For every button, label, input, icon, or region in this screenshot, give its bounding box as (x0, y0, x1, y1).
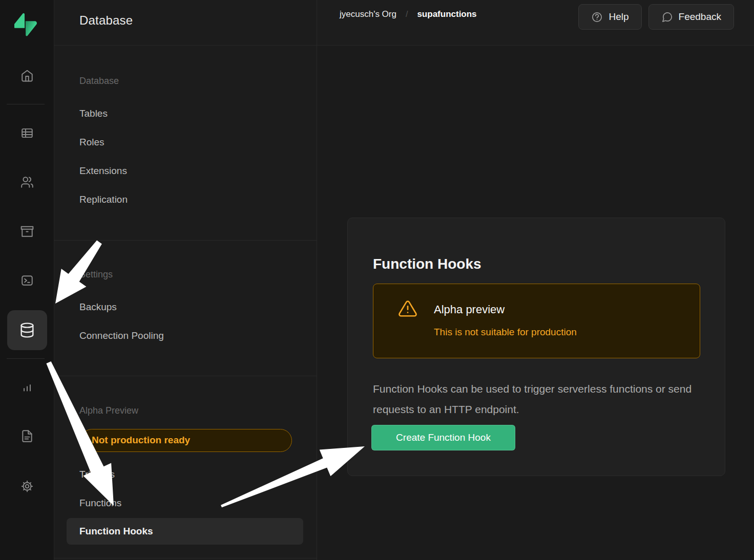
nav-sql-editor-button[interactable] (16, 269, 38, 292)
sidebar-item-triggers[interactable]: Triggers (79, 468, 115, 481)
help-button[interactable]: Help (578, 4, 641, 30)
rail-divider (7, 104, 45, 104)
sidebar-item-connection-pooling[interactable]: Connection Pooling (79, 330, 164, 342)
settings-gear-icon (20, 480, 34, 493)
rail-divider (7, 358, 45, 359)
sidebar-item-tables[interactable]: Tables (79, 107, 108, 120)
section-heading-database: Database (79, 75, 119, 87)
nav-home-button[interactable] (16, 64, 38, 87)
reports-icon (20, 381, 34, 395)
app-window: Database Database Tables Roles Extension… (0, 0, 754, 560)
section-heading-settings: Settings (79, 268, 113, 281)
feedback-button-label: Feedback (679, 11, 721, 23)
storage-icon (20, 225, 34, 238)
message-bubble-icon (661, 11, 673, 23)
nav-database-button[interactable] (7, 310, 47, 350)
nav-settings-button[interactable] (16, 475, 38, 498)
sidebar-item-extensions[interactable]: Extensions (79, 165, 127, 177)
warning-triangle-icon (398, 299, 417, 320)
breadcrumb: jyecusch's Org / supafunctions (340, 9, 477, 19)
nav-storage-button[interactable] (16, 220, 38, 243)
card-description: Function Hooks can be used to trigger se… (373, 379, 697, 420)
sidebar-header: Database (54, 0, 317, 46)
sidebar-divider (54, 240, 317, 241)
supabase-logo-icon (14, 13, 37, 36)
sidebar-title: Database (79, 13, 133, 28)
alert-title: Alpha preview (434, 303, 505, 316)
nav-rail (0, 0, 54, 560)
nav-reports-button[interactable] (16, 377, 38, 399)
auth-users-icon (20, 176, 34, 189)
nav-logs-button[interactable] (16, 425, 38, 447)
top-bar: jyecusch's Org / supafunctions Help Feed… (317, 0, 754, 46)
function-hooks-card: Function Hooks Alpha preview This is not… (347, 218, 725, 476)
database-icon (19, 322, 35, 338)
create-function-hook-button[interactable]: Create Function Hook (371, 425, 515, 450)
sidebar-item-function-hooks-active[interactable]: Function Hooks (67, 518, 303, 545)
table-editor-icon (20, 126, 34, 140)
feedback-button[interactable]: Feedback (648, 4, 734, 30)
database-sidebar: Database Database Tables Roles Extension… (54, 0, 317, 560)
breadcrumb-separator: / (406, 10, 408, 19)
card-title: Function Hooks (373, 256, 481, 272)
alpha-preview-alert: Alpha preview This is not suitable for p… (373, 284, 700, 358)
top-actions: Help Feedback (578, 4, 734, 30)
sidebar-divider (54, 558, 317, 558)
sql-editor-icon (20, 274, 34, 287)
breadcrumb-project[interactable]: supafunctions (417, 9, 476, 19)
home-icon (20, 69, 34, 82)
sidebar-item-replication[interactable]: Replication (79, 193, 128, 206)
sidebar-divider (54, 376, 317, 376)
sidebar-item-roles[interactable]: Roles (79, 136, 104, 148)
alert-description: This is not suitable for production (434, 327, 577, 338)
breadcrumb-org[interactable]: jyecusch's Org (340, 9, 396, 19)
supabase-logo[interactable] (14, 13, 37, 36)
nav-table-editor-button[interactable] (16, 122, 38, 144)
logs-icon (20, 429, 34, 443)
sidebar-item-backups[interactable]: Backups (79, 301, 117, 313)
not-production-ready-badge: Not production ready (80, 429, 292, 452)
help-circle-icon (591, 11, 603, 23)
sidebar-item-functions[interactable]: Functions (79, 497, 121, 509)
help-button-label: Help (609, 11, 629, 23)
nav-auth-button[interactable] (16, 171, 38, 193)
section-heading-alpha-preview: Alpha Preview (79, 404, 138, 417)
